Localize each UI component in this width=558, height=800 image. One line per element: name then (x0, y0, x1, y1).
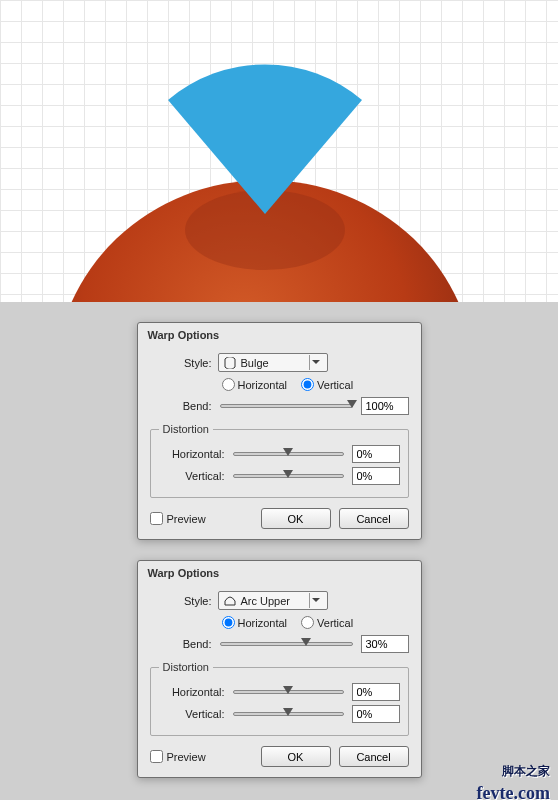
ok-button[interactable]: OK (261, 746, 331, 767)
bend-slider[interactable] (220, 404, 353, 408)
panels-area: Warp Options Style: Bulge Horizontal (0, 302, 558, 800)
style-select[interactable]: Arc Upper (218, 591, 328, 610)
dist-vertical-label: Vertical: (159, 470, 225, 482)
bend-slider-thumb[interactable] (347, 400, 357, 408)
preview-checkbox[interactable]: Preview (150, 750, 206, 763)
dist-horizontal-field[interactable] (352, 683, 400, 701)
orientation-vertical[interactable]: Vertical (301, 616, 353, 629)
bulge-icon (223, 357, 237, 369)
arc-upper-icon (223, 595, 237, 607)
bend-value-field[interactable] (361, 635, 409, 653)
dist-horizontal-thumb[interactable] (283, 448, 293, 456)
orientation-horizontal[interactable]: Horizontal (222, 616, 288, 629)
orientation-group: Horizontal Vertical (222, 378, 409, 391)
dist-vertical-thumb[interactable] (283, 708, 293, 716)
bend-label: Bend: (150, 400, 212, 412)
orientation-horizontal[interactable]: Horizontal (222, 378, 288, 391)
dist-horizontal-label: Horizontal: (159, 448, 225, 460)
preview-label: Preview (167, 751, 206, 763)
dist-vertical-field[interactable] (352, 467, 400, 485)
canvas (0, 0, 558, 302)
dialog-title: Warp Options (138, 323, 421, 345)
orientation-vertical[interactable]: Vertical (301, 378, 353, 391)
bend-value-field[interactable] (361, 397, 409, 415)
preview-checkbox[interactable]: Preview (150, 512, 206, 525)
style-label: Style: (150, 595, 212, 607)
style-value: Arc Upper (241, 595, 305, 607)
dist-vertical-slider[interactable] (233, 712, 344, 716)
cancel-button[interactable]: Cancel (339, 746, 409, 767)
warp-options-dialog-1: Warp Options Style: Bulge Horizontal (137, 322, 422, 540)
dist-vertical-field[interactable] (352, 705, 400, 723)
dist-horizontal-field[interactable] (352, 445, 400, 463)
bend-slider-thumb[interactable] (301, 638, 311, 646)
distortion-group: Distortion Horizontal: Vertical: (150, 661, 409, 736)
artwork (0, 0, 558, 302)
radio-horizontal[interactable] (222, 616, 235, 629)
dialog-title: Warp Options (138, 561, 421, 583)
vertical-label: Vertical (317, 617, 353, 629)
dist-vertical-thumb[interactable] (283, 470, 293, 478)
horizontal-label: Horizontal (238, 379, 288, 391)
warp-options-dialog-2: Warp Options Style: Arc Upper Horizontal (137, 560, 422, 778)
ok-button[interactable]: OK (261, 508, 331, 529)
distortion-legend: Distortion (159, 423, 213, 435)
style-value: Bulge (241, 357, 305, 369)
orientation-group: Horizontal Vertical (222, 616, 409, 629)
dist-horizontal-slider[interactable] (233, 690, 344, 694)
style-select[interactable]: Bulge (218, 353, 328, 372)
cancel-button[interactable]: Cancel (339, 508, 409, 529)
bend-label: Bend: (150, 638, 212, 650)
watermark-main: fevte.com (477, 783, 550, 800)
radio-vertical[interactable] (301, 616, 314, 629)
radio-vertical[interactable] (301, 378, 314, 391)
preview-label: Preview (167, 513, 206, 525)
dist-vertical-label: Vertical: (159, 708, 225, 720)
radio-horizontal[interactable] (222, 378, 235, 391)
dist-horizontal-slider[interactable] (233, 452, 344, 456)
chevron-down-icon (309, 355, 323, 370)
dist-horizontal-thumb[interactable] (283, 686, 293, 694)
preview-checkbox-input[interactable] (150, 512, 163, 525)
chevron-down-icon (309, 593, 323, 608)
bend-slider[interactable] (220, 642, 353, 646)
distortion-legend: Distortion (159, 661, 213, 673)
distortion-group: Distortion Horizontal: Vertical: (150, 423, 409, 498)
watermark-sub: 脚本之家 (502, 763, 550, 780)
style-label: Style: (150, 357, 212, 369)
dist-vertical-slider[interactable] (233, 474, 344, 478)
vertical-label: Vertical (317, 379, 353, 391)
horizontal-label: Horizontal (238, 617, 288, 629)
preview-checkbox-input[interactable] (150, 750, 163, 763)
dist-horizontal-label: Horizontal: (159, 686, 225, 698)
